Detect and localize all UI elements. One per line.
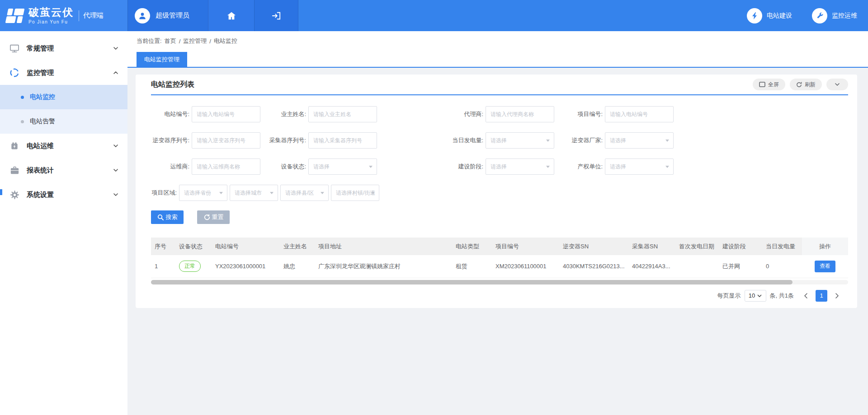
chevron-down-icon: [113, 46, 118, 51]
caret-down-icon: [219, 192, 223, 194]
station-table: 序号 设备状态 电站编号 业主姓名 项目地址 电站类型 项目编号 逆变器SN 采…: [151, 238, 848, 284]
view-button[interactable]: 查看: [815, 261, 835, 272]
build-stage-select[interactable]: 请选择: [486, 159, 554, 175]
sidebar-item-station-ops[interactable]: 电站运维: [0, 134, 127, 158]
breadcrumb-separator: /: [179, 38, 181, 45]
battery-bolt-icon: [9, 141, 20, 150]
filter-owner-name: 业主姓名:: [269, 106, 377, 122]
col-owner: 业主姓名: [280, 238, 315, 255]
table-row: 1 正常 YX2023061000001 姚忠 广东深圳龙华区观澜镇姚家庄村 租…: [151, 255, 848, 278]
horizontal-scrollbar[interactable]: [151, 280, 848, 284]
per-page-label: 每页显示: [717, 292, 741, 300]
collector-sn-input[interactable]: [308, 132, 377, 149]
brand-romanized: Po Jian Yun Fu: [28, 19, 74, 24]
caret-down-icon: [665, 166, 669, 168]
filter-build-stage: 建设阶段: 请选择: [446, 159, 554, 175]
prev-page-button[interactable]: [801, 290, 811, 302]
agent-input[interactable]: [486, 106, 554, 122]
col-device-status: 设备状态: [175, 238, 212, 255]
nav-monitor-ops[interactable]: 监控运维: [812, 8, 857, 23]
cell-device-status: 正常: [175, 255, 212, 278]
region-city-select[interactable]: 请选择城市: [230, 185, 278, 201]
logout-button[interactable]: [254, 0, 298, 31]
lightning-icon: [747, 8, 762, 23]
sidebar-item-reports[interactable]: 报表统计: [0, 158, 127, 182]
brand-portal-label: 代理端: [83, 11, 104, 20]
filter-agent: 代理商:: [446, 106, 554, 122]
user-menu[interactable]: 超级管理员: [127, 0, 208, 31]
topbar: 当前位置: 首页 / 监控管理 / 电站监控 电站监控管理: [127, 31, 868, 68]
sidebar-item-general[interactable]: 常规管理: [0, 36, 127, 61]
sidebar-subitem-label: 电站监控: [30, 93, 55, 101]
nav-monitor-ops-label: 监控运维: [832, 12, 857, 20]
col-daily-power: 当日发电量: [762, 238, 802, 255]
caret-down-icon: [546, 140, 550, 142]
region-province-select[interactable]: 请选择省份: [179, 185, 227, 201]
filter-station-no: 电站编号:: [151, 106, 260, 122]
filter-daily-power: 当日发电量: 请选择: [446, 132, 554, 149]
breadcrumb: 当前位置: 首页 / 监控管理 / 电站监控: [137, 37, 868, 45]
caret-down-icon: [546, 166, 550, 168]
region-town-select[interactable]: 请选择村镇/街道: [331, 185, 379, 201]
reset-button[interactable]: 重置: [197, 210, 230, 224]
sidebar-subitem-station-monitor[interactable]: 电站监控: [0, 85, 127, 109]
network-icon: [9, 68, 20, 78]
col-collector-sn: 采集器SN: [628, 238, 675, 255]
breadcrumb-item-station-monitor: 电站监控: [214, 37, 237, 45]
sidebar-subitem-label: 电站告警: [30, 117, 55, 126]
scrollbar-thumb[interactable]: [151, 280, 793, 284]
next-page-button[interactable]: [832, 290, 842, 302]
wrench-icon: [812, 8, 827, 23]
breadcrumb-item-monitoring[interactable]: 监控管理: [183, 37, 207, 45]
breadcrumb-item-home[interactable]: 首页: [165, 37, 176, 45]
filter-om-provider: 运维商:: [151, 159, 260, 175]
brand-name: 破茧云伏: [28, 7, 74, 18]
region-county-select[interactable]: 请选择县/区: [280, 185, 329, 201]
cell-index: 1: [151, 255, 175, 278]
app-header: 破茧云伏 Po Jian Yun Fu 代理端 超级管理员 电站建设: [0, 0, 868, 31]
breadcrumb-prefix: 当前位置:: [137, 37, 162, 45]
col-actions: 操作: [802, 238, 848, 255]
search-icon: [157, 214, 164, 220]
project-no-input[interactable]: [605, 106, 674, 122]
sidebar-subitem-station-alarm[interactable]: 电站告警: [0, 109, 127, 134]
logout-icon: [271, 11, 281, 20]
reset-icon: [203, 214, 210, 220]
col-project-no: 项目编号: [492, 238, 559, 255]
filter-device-status: 设备状态: 请选择: [269, 159, 377, 175]
property-unit-select[interactable]: 请选择: [605, 159, 674, 175]
table-header-row: 序号 设备状态 电站编号 业主姓名 项目地址 电站类型 项目编号 逆变器SN 采…: [151, 238, 848, 255]
sidebar-item-label: 电站运维: [27, 142, 54, 150]
collapse-button[interactable]: [826, 79, 848, 90]
refresh-button[interactable]: 刷新: [790, 79, 822, 90]
home-button[interactable]: [208, 0, 254, 31]
device-status-select[interactable]: 请选择: [308, 159, 377, 175]
sidebar: 常规管理 监控管理 电站监控 电站告警 电站运维 报表统计: [0, 31, 127, 415]
tab-station-monitor-management[interactable]: 电站监控管理: [137, 52, 187, 67]
refresh-icon: [796, 82, 802, 88]
om-provider-input[interactable]: [192, 159, 260, 175]
sidebar-item-settings[interactable]: 系统设置: [0, 182, 127, 207]
sidebar-scroll-indicator: [0, 189, 2, 195]
cell-station-type: 租赁: [452, 255, 492, 278]
station-no-input[interactable]: [192, 106, 260, 122]
col-first-power-date: 首次发电日期: [675, 238, 719, 255]
sidebar-item-monitoring[interactable]: 监控管理: [0, 61, 127, 85]
per-page-select[interactable]: 10: [745, 290, 766, 302]
sidebar-item-label: 报表统计: [27, 166, 54, 175]
station-monitor-panel: 电站监控列表 全屏 刷新 电站编号:: [136, 75, 857, 308]
page-number-current[interactable]: 1: [816, 290, 827, 302]
nav-station-build[interactable]: 电站建设: [747, 8, 792, 23]
cell-build-stage: 已并网: [719, 255, 762, 278]
daily-power-select[interactable]: 请选择: [486, 132, 554, 149]
cell-project-no: XM2023061100001: [492, 255, 559, 278]
inverter-vendor-select[interactable]: 请选择: [605, 132, 674, 149]
brand-logo-icon: [5, 7, 26, 24]
owner-name-input[interactable]: [308, 106, 377, 122]
search-button[interactable]: 搜索: [151, 210, 184, 224]
briefcase-icon: [9, 166, 20, 175]
fullscreen-button[interactable]: 全屏: [753, 79, 785, 90]
inverter-sn-input[interactable]: [192, 132, 260, 149]
brand-logo: 破茧云伏 Po Jian Yun Fu 代理端: [0, 0, 127, 31]
cell-owner: 姚忠: [280, 255, 315, 278]
